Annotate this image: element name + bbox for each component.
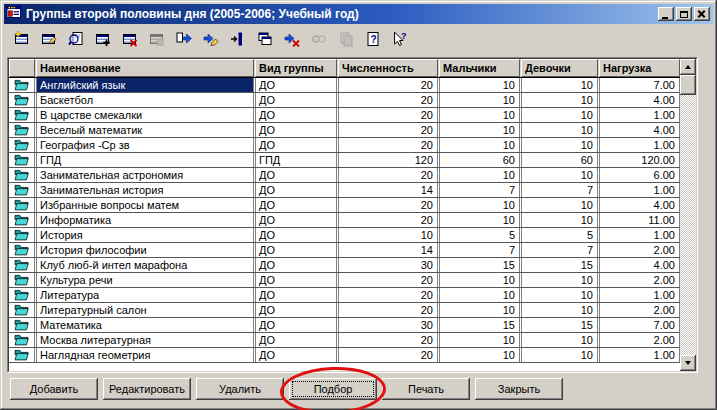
- cell-load[interactable]: 2.00: [599, 243, 680, 257]
- cell-boys[interactable]: 10: [439, 198, 520, 212]
- header-count[interactable]: Численность: [338, 59, 438, 77]
- cell-girls[interactable]: 15: [521, 258, 598, 272]
- cell-load[interactable]: 4.00: [599, 198, 680, 212]
- cell-boys[interactable]: 10: [439, 138, 520, 152]
- cell-type[interactable]: ДО: [255, 318, 337, 332]
- cell-name[interactable]: Литература: [36, 288, 254, 302]
- cell-girls[interactable]: 10: [521, 168, 598, 182]
- table-row[interactable]: Баскетбол ДО 20 10 10 4.00: [9, 93, 680, 108]
- table-row[interactable]: Литературный салон ДО 20 10 10 2.00: [9, 303, 680, 318]
- cell-count[interactable]: 10: [338, 228, 438, 242]
- table-row[interactable]: Занимательная астрономия ДО 20 10 10 6.0…: [9, 168, 680, 183]
- header-boys[interactable]: Мальчики: [439, 59, 520, 77]
- cell-name[interactable]: Избранные вопросы матем: [36, 198, 254, 212]
- minimize-button[interactable]: [658, 7, 674, 21]
- cell-count[interactable]: 20: [338, 213, 438, 227]
- cell-girls[interactable]: 60: [521, 153, 598, 167]
- cell-girls[interactable]: 10: [521, 273, 598, 287]
- context-help-icon[interactable]: ?: [392, 31, 408, 47]
- header-girls[interactable]: Девочки: [521, 59, 598, 77]
- cell-type[interactable]: ДО: [255, 243, 337, 257]
- cell-count[interactable]: 14: [338, 243, 438, 257]
- table-row[interactable]: Информатика ДО 20 10 10 11.00: [9, 213, 680, 228]
- cell-boys[interactable]: 10: [439, 108, 520, 122]
- table-row[interactable]: Наглядная геометрия ДО 20 10 10 1.00: [9, 348, 680, 363]
- cell-load[interactable]: 11.00: [599, 213, 680, 227]
- cell-boys[interactable]: 10: [439, 273, 520, 287]
- cell-name[interactable]: Английский язык: [36, 78, 254, 92]
- cell-girls[interactable]: 10: [521, 288, 598, 302]
- cell-boys[interactable]: 10: [439, 213, 520, 227]
- cell-count[interactable]: 20: [338, 108, 438, 122]
- cell-girls[interactable]: 10: [521, 198, 598, 212]
- cell-name[interactable]: Баскетбол: [36, 93, 254, 107]
- cell-girls[interactable]: 10: [521, 78, 598, 92]
- maximize-button[interactable]: [676, 7, 692, 21]
- cell-type[interactable]: ДО: [255, 348, 337, 362]
- cell-name[interactable]: Литературный салон: [36, 303, 254, 317]
- cell-load[interactable]: 4.00: [599, 93, 680, 107]
- cell-girls[interactable]: 10: [521, 93, 598, 107]
- cell-type[interactable]: ДО: [255, 288, 337, 302]
- cell-boys[interactable]: 10: [439, 123, 520, 137]
- cell-count[interactable]: 120: [338, 153, 438, 167]
- delete-transfer-icon[interactable]: [284, 31, 300, 47]
- transfer-record-icon[interactable]: [176, 31, 192, 47]
- cell-count[interactable]: 20: [338, 78, 438, 92]
- cell-type[interactable]: ДО: [255, 78, 337, 92]
- cell-count[interactable]: 20: [338, 168, 438, 182]
- cell-girls[interactable]: 7: [521, 243, 598, 257]
- table-row[interactable]: Культура речи ДО 20 10 10 2.00: [9, 273, 680, 288]
- cell-load[interactable]: 1.00: [599, 288, 680, 302]
- cell-count[interactable]: 14: [338, 183, 438, 197]
- cell-type[interactable]: ДО: [255, 138, 337, 152]
- cell-boys[interactable]: 10: [439, 93, 520, 107]
- add-button[interactable]: Добавить: [10, 378, 98, 400]
- cell-name[interactable]: ГПД: [36, 153, 254, 167]
- table-row[interactable]: Литература ДО 20 10 10 1.00: [9, 288, 680, 303]
- table-row[interactable]: История ДО 10 5 5 1.00: [9, 228, 680, 243]
- new-record-icon[interactable]: [14, 31, 30, 47]
- cell-name[interactable]: История философии: [36, 243, 254, 257]
- table-row[interactable]: Москва литературная ДО 20 10 10 2.00: [9, 333, 680, 348]
- cell-boys[interactable]: 7: [439, 183, 520, 197]
- cell-count[interactable]: 30: [338, 318, 438, 332]
- cell-count[interactable]: 20: [338, 348, 438, 362]
- cell-name[interactable]: Клуб люб-й интел марафона: [36, 258, 254, 272]
- cell-load[interactable]: 7.00: [599, 318, 680, 332]
- table-row[interactable]: Веселый математик ДО 20 10 10 4.00: [9, 123, 680, 138]
- cell-boys[interactable]: 15: [439, 258, 520, 272]
- view-record-icon[interactable]: [68, 31, 84, 47]
- cell-name[interactable]: Наглядная геометрия: [36, 348, 254, 362]
- cell-boys[interactable]: 10: [439, 78, 520, 92]
- cell-type[interactable]: ДО: [255, 258, 337, 272]
- cell-name[interactable]: Занимательная история: [36, 183, 254, 197]
- cell-load[interactable]: 1.00: [599, 108, 680, 122]
- cell-load[interactable]: 7.00: [599, 78, 680, 92]
- cell-boys[interactable]: 10: [439, 348, 520, 362]
- table-row[interactable]: Клуб люб-й интел марафона ДО 30 15 15 4.…: [9, 258, 680, 273]
- cell-girls[interactable]: 10: [521, 348, 598, 362]
- cell-name[interactable]: Занимательная астрономия: [36, 168, 254, 182]
- table-row[interactable]: География -Ср зв ДО 20 10 10 1.00: [9, 138, 680, 153]
- close-button[interactable]: [694, 7, 710, 21]
- cell-boys[interactable]: 10: [439, 168, 520, 182]
- cell-girls[interactable]: 15: [521, 318, 598, 332]
- cell-type[interactable]: ДО: [255, 93, 337, 107]
- cell-load[interactable]: 4.00: [599, 258, 680, 272]
- cell-type[interactable]: ДО: [255, 213, 337, 227]
- table-row[interactable]: Занимательная история ДО 14 7 7 1.00: [9, 183, 680, 198]
- cell-girls[interactable]: 10: [521, 108, 598, 122]
- cell-name[interactable]: В царстве смекалки: [36, 108, 254, 122]
- header-load[interactable]: Нагрузка: [599, 59, 680, 77]
- add-record-icon[interactable]: [95, 31, 111, 47]
- cell-load[interactable]: 120.00: [599, 153, 680, 167]
- cell-girls[interactable]: 10: [521, 138, 598, 152]
- cell-name[interactable]: Веселый математик: [36, 123, 254, 137]
- cell-load[interactable]: 2.00: [599, 303, 680, 317]
- print-button[interactable]: Печать: [382, 378, 470, 400]
- delete-record-icon[interactable]: [122, 31, 138, 47]
- cell-load[interactable]: 6.00: [599, 168, 680, 182]
- cell-girls[interactable]: 10: [521, 333, 598, 347]
- cell-type[interactable]: ДО: [255, 108, 337, 122]
